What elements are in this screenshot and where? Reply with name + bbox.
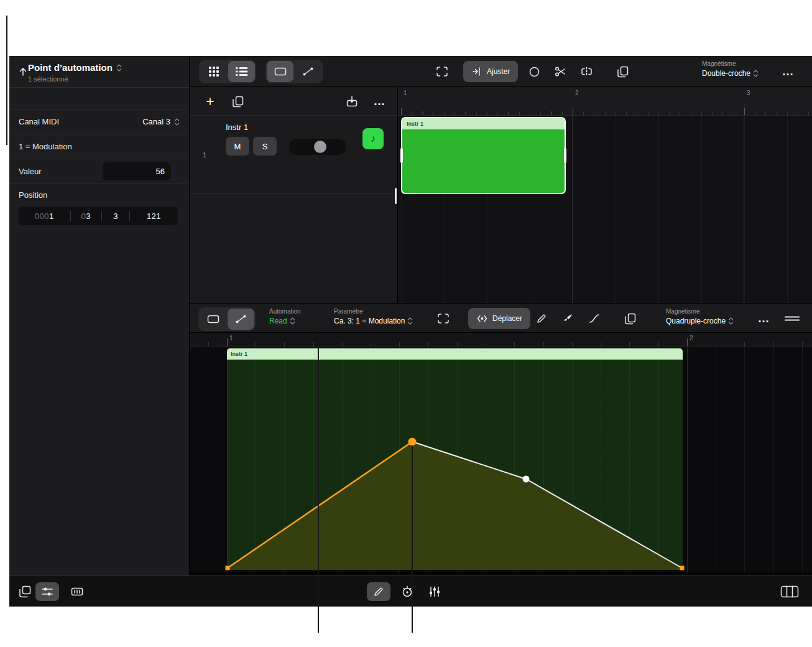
valeur-label: Valeur: [19, 167, 103, 176]
app-window: Point d’automation 1 sélectionné Canal M…: [9, 56, 812, 607]
inspector-title-row[interactable]: Point d’automation: [28, 62, 122, 73]
io-icon: [71, 586, 83, 597]
position-field[interactable]: 0001 03 3 121: [19, 207, 178, 225]
copy-button[interactable]: [619, 308, 641, 329]
valeur-field[interactable]: 56: [103, 162, 171, 180]
duplicate-track-button[interactable]: [227, 91, 248, 112]
import-button[interactable]: [341, 91, 362, 112]
snap-dropdown[interactable]: Magnétisme Double-croche: [702, 60, 759, 78]
track-more-button[interactable]: …: [369, 91, 390, 112]
modulation-row[interactable]: 1 = Modulation: [9, 134, 189, 159]
tracks-area[interactable]: Instr 1: [398, 116, 812, 303]
copy-icon: [624, 313, 636, 325]
marquee-icon: [437, 313, 450, 324]
ellipsis-icon: …: [758, 315, 770, 322]
snap-label: Magnétisme: [702, 60, 759, 67]
automation-tool-segment: [198, 307, 256, 331]
automation-editor[interactable]: Instr 1: [190, 347, 812, 572]
copy-button[interactable]: [611, 61, 634, 82]
chevron-updown-icon: [728, 317, 734, 325]
region-name: Instr 1: [407, 121, 423, 127]
marquee-button[interactable]: [432, 308, 454, 329]
automation-mode-dropdown[interactable]: Automation Read: [269, 308, 301, 325]
instrument-button[interactable]: ♪: [362, 128, 384, 149]
edit-tool-segment: [265, 60, 323, 83]
automation-toolbar: Automation Read Paramètre Ca. 3: 1 = Mod…: [190, 303, 812, 333]
parameter-dropdown[interactable]: Paramètre Ca. 3: 1 = Modulation: [334, 308, 413, 325]
mixer-button[interactable]: [423, 582, 446, 601]
scissors-button[interactable]: [549, 61, 571, 82]
bar-tick: [687, 338, 688, 346]
slider-knob[interactable]: [314, 141, 326, 153]
browser-button[interactable]: [13, 582, 37, 601]
snap-dropdown[interactable]: Magnétisme Quadruple-croche: [666, 308, 734, 325]
position-seg-tick[interactable]: 121: [130, 212, 178, 221]
brush-icon: [562, 313, 573, 324]
keyboard-icon: [780, 585, 799, 598]
marquee-icon: [436, 66, 448, 77]
automation-curve-icon: [235, 314, 247, 325]
keyboard-button[interactable]: [776, 582, 803, 601]
io-panel-button[interactable]: [65, 582, 89, 601]
automation-point[interactable]: [226, 566, 230, 570]
region-left-handle[interactable]: [400, 148, 403, 163]
automation-point[interactable]: [408, 438, 417, 446]
bottom-toolbar: [9, 575, 812, 607]
automation-tool-button[interactable]: [228, 309, 254, 330]
more-button[interactable]: …: [777, 61, 799, 82]
canal-midi-row[interactable]: Canal MIDI Canal 3: [9, 109, 189, 134]
editors-button[interactable]: [35, 582, 59, 601]
browser-icon: [19, 585, 31, 598]
marquee-button[interactable]: [431, 61, 453, 82]
canal-midi-label: Canal MIDI: [19, 117, 142, 126]
deplacer-button[interactable]: Déplacer: [468, 308, 530, 329]
position-seg-beat[interactable]: 03: [71, 212, 102, 221]
midi-region[interactable]: Instr 1: [401, 117, 566, 194]
grid-view-button[interactable]: [200, 61, 227, 82]
snap-label: Magnétisme: [666, 308, 734, 315]
track-header[interactable]: 1 Instr 1 M S ♪: [190, 116, 397, 194]
callout-line-automation-point: [412, 445, 413, 633]
split-button[interactable]: [575, 61, 597, 82]
automation-point[interactable]: [680, 566, 685, 570]
position-seg-bar[interactable]: 0001: [19, 212, 70, 221]
region-tool-icon: [207, 314, 219, 325]
region-header[interactable]: Instr 1: [402, 118, 565, 129]
automation-curve-svg[interactable]: [190, 347, 812, 572]
track-name[interactable]: Instr 1: [226, 123, 248, 132]
brush-tool-button[interactable]: [556, 308, 579, 329]
tracks-icon: [236, 67, 248, 77]
position-seg-div[interactable]: 3: [102, 212, 129, 221]
pencil-tool-button[interactable]: [530, 308, 553, 329]
trim-icon: [471, 66, 482, 77]
region-tool-button[interactable]: [267, 61, 293, 82]
editor-resize-handle[interactable]: [781, 308, 803, 329]
automation-ruler[interactable]: 1 2: [190, 333, 812, 347]
more-button[interactable]: …: [752, 308, 775, 329]
automation-point[interactable]: [523, 476, 530, 483]
bar-tick: [744, 108, 745, 115]
copy-icon: [617, 66, 629, 78]
region-right-handle[interactable]: [564, 148, 566, 163]
automation-mode-label: Automation: [269, 308, 301, 315]
track-headers: 1 Instr 1 M S ♪: [190, 116, 398, 303]
plus-icon: +: [206, 95, 214, 108]
vertical-scrollbar[interactable]: [395, 188, 397, 204]
faders-icon: [428, 586, 441, 597]
track-volume-slider[interactable]: [289, 139, 346, 155]
curve-tool-button[interactable]: [583, 308, 606, 329]
region-tool-button[interactable]: [200, 309, 226, 330]
automation-tool-button[interactable]: [295, 61, 321, 82]
tracks-view-button[interactable]: [228, 61, 255, 82]
mute-button[interactable]: M: [226, 137, 249, 156]
tuner-button[interactable]: [395, 582, 419, 601]
modulation-label: 1 = Modulation: [19, 142, 180, 151]
solo-button[interactable]: S: [253, 137, 277, 156]
timeline-ruler[interactable]: 1 2 3: [398, 87, 812, 116]
pencil-mode-button[interactable]: [367, 582, 390, 601]
ajuster-button[interactable]: Ajuster: [463, 61, 518, 82]
add-track-button[interactable]: +: [200, 91, 221, 112]
cycle-button[interactable]: [523, 61, 545, 82]
bar-tick: [227, 338, 228, 346]
callout-line-parameter: [318, 324, 319, 633]
